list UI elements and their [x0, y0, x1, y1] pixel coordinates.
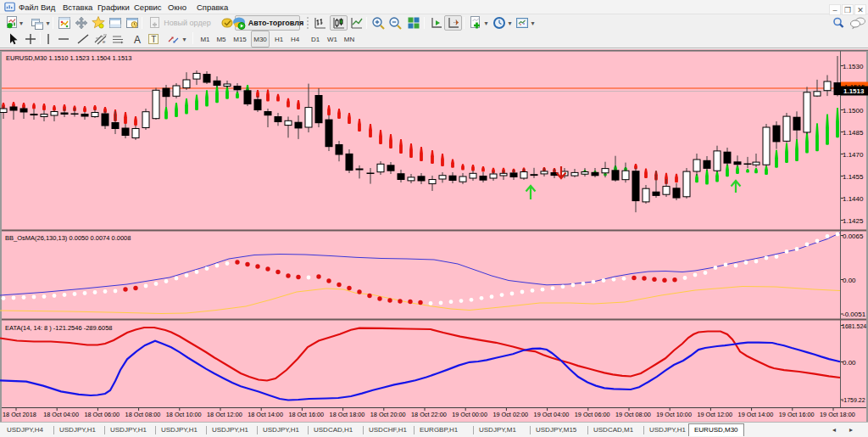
- svg-text:BB_OsMA(26,130,13) 0.0050 0.00: BB_OsMA(26,130,13) 0.0050 0.0074 0.0008: [5, 234, 131, 242]
- svg-text:18 Oct 22:00: 18 Oct 22:00: [411, 411, 447, 418]
- svg-text:0.00: 0.00: [843, 359, 856, 367]
- svg-text:18 Oct 12:00: 18 Oct 12:00: [207, 411, 242, 418]
- svg-text:A: A: [134, 34, 141, 46]
- svg-text:19 Oct 04:00: 19 Oct 04:00: [534, 411, 570, 418]
- svg-text:19 Oct 06:00: 19 Oct 06:00: [575, 411, 610, 418]
- svg-text:19 Oct 14:00: 19 Oct 14:00: [738, 411, 774, 418]
- svg-text:1.1513: 1.1513: [843, 87, 865, 95]
- svg-text:18 Oct 10:00: 18 Oct 10:00: [166, 411, 202, 418]
- svg-text:18 Oct 08:00: 18 Oct 08:00: [125, 411, 161, 418]
- svg-text:1.1485: 1.1485: [843, 129, 864, 137]
- svg-text:18 Oct 2018: 18 Oct 2018: [3, 411, 36, 418]
- svg-text:1.1500: 1.1500: [843, 107, 864, 115]
- svg-text:18 Oct 04:00: 18 Oct 04:00: [43, 411, 79, 418]
- svg-text:1.1455: 1.1455: [843, 173, 864, 181]
- svg-text:e: e: [103, 39, 106, 44]
- svg-text:18 Oct 20:00: 18 Oct 20:00: [370, 411, 406, 418]
- svg-text:0.0065: 0.0065: [843, 233, 864, 240]
- svg-text:1.1470: 1.1470: [843, 151, 864, 159]
- svg-text:19 Oct 18:00: 19 Oct 18:00: [820, 411, 855, 418]
- svg-text:-0.0051: -0.0051: [843, 311, 866, 318]
- svg-text:T: T: [151, 35, 156, 44]
- svg-text:EATA(14, 14: 8 ) -121.2546 -28: EATA(14, 14: 8 ) -121.2546 -289.6058: [5, 324, 112, 332]
- svg-text:19 Oct 02:00: 19 Oct 02:00: [492, 411, 528, 418]
- svg-text:1.1440: 1.1440: [843, 195, 864, 203]
- svg-text:19 Oct 08:00: 19 Oct 08:00: [615, 411, 651, 418]
- svg-text:18 Oct 18:00: 18 Oct 18:00: [330, 411, 365, 418]
- svg-text:19 Oct 10:00: 19 Oct 10:00: [656, 411, 692, 418]
- svg-text:19 Oct 12:00: 19 Oct 12:00: [697, 411, 732, 418]
- svg-text:-1759.22: -1759.22: [842, 397, 865, 403]
- svg-text:18 Oct 14:00: 18 Oct 14:00: [248, 411, 283, 418]
- svg-text:18 Oct 06:00: 18 Oct 06:00: [84, 411, 120, 418]
- svg-text:0.00: 0.00: [843, 277, 856, 284]
- svg-text:1.1425: 1.1425: [843, 217, 864, 225]
- svg-text:19 Oct 16:00: 19 Oct 16:00: [779, 411, 815, 418]
- svg-text:1.1530: 1.1530: [843, 63, 864, 70]
- svg-text:18 Oct 16:00: 18 Oct 16:00: [288, 411, 324, 418]
- svg-text:1681.524: 1681.524: [842, 323, 866, 329]
- svg-text:EURUSD,M30 1.1510 1.1523 1.15: EURUSD,M30 1.1510 1.1523 1.1504 1.1513: [6, 54, 131, 62]
- svg-text:19 Oct 00:00: 19 Oct 00:00: [452, 411, 487, 418]
